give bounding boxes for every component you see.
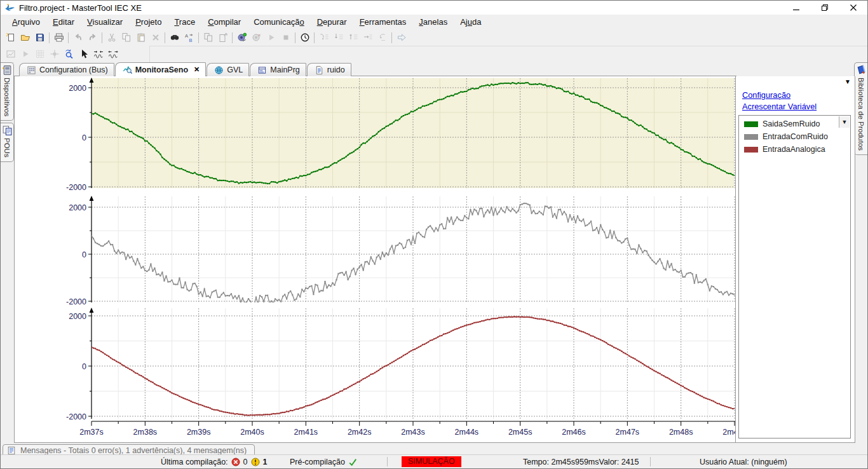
trace-cursor-button — [47, 47, 62, 61]
toolbar-separator — [102, 32, 102, 43]
trace-config-button — [3, 47, 18, 61]
svg-text:2m39s: 2m39s — [187, 428, 211, 437]
logout-icon — [252, 32, 262, 43]
menu-trace[interactable]: Trace — [168, 15, 201, 29]
start-button — [264, 31, 278, 44]
svg-text:2m48s: 2m48s — [669, 428, 693, 437]
menu-arquivo[interactable]: Arquivo — [6, 15, 46, 29]
close-button[interactable] — [839, 1, 867, 15]
trace-grid-icon — [35, 49, 45, 59]
trace-toolbar — [1, 46, 150, 63]
menu-janelas[interactable]: Janelas — [412, 15, 454, 29]
tab-mainprg[interactable]: MainPrg — [250, 63, 306, 76]
tab-label: MonitoraSeno — [135, 65, 188, 74]
warning-icon — [251, 458, 260, 466]
toolbar-separator — [232, 32, 233, 43]
menu-visualizar[interactable]: Visualizar — [81, 15, 129, 29]
undo-icon — [73, 32, 83, 43]
svg-text:2m40s: 2m40s — [240, 428, 264, 437]
legend-dropdown-icon[interactable]: ▼ — [839, 116, 850, 128]
svg-text:2000: 2000 — [69, 203, 86, 212]
legend-item-entradacomruido[interactable]: EntradaComRuido — [740, 130, 849, 143]
dock-tab-dispositivos[interactable]: Dispositivos — [1, 62, 14, 121]
generate-code-button — [215, 31, 230, 44]
trace-chart-entradacomruido[interactable]: 20000-2000 — [15, 191, 736, 308]
new-file-button[interactable] — [3, 31, 18, 44]
minimize-button[interactable] — [782, 1, 810, 15]
trace-config-panel: ▼ Configuração Acrescentar Variável ▼ Sa… — [735, 76, 855, 442]
x-axis: 2m37s2m38s2m39s2m40s2m41s2m42s2m43s2m44s… — [79, 419, 736, 437]
dock-tab-pous[interactable]: POUs — [1, 123, 14, 162]
compress-timescale-button[interactable] — [91, 47, 105, 61]
open-project-button[interactable] — [18, 31, 32, 44]
menu-ajuda[interactable]: Ajuda — [454, 15, 487, 29]
legend-item-entradaanalogica[interactable]: EntradaAnalogica — [740, 143, 849, 156]
svg-text:2m46s: 2m46s — [562, 428, 586, 437]
zoom-reset-icon — [64, 49, 74, 59]
login-button[interactable] — [234, 31, 249, 44]
variable-legend-list[interactable]: ▼ SaidaSemRuidoEntradaComRuidoEntradaAna… — [738, 115, 851, 438]
trace-grid-button — [32, 47, 47, 61]
globe-icon — [214, 65, 224, 75]
time-mode-button[interactable] — [297, 31, 312, 44]
chart-canvas-entradaanalogica[interactable]: 20000-20002m37s2m38s2m39s2m40s2m41s2m42s… — [15, 307, 736, 438]
precompile-label: Pré-compilação — [290, 458, 345, 466]
menu-comunicao[interactable]: Comunicação — [247, 15, 311, 29]
legend-item-saidasemruido[interactable]: SaidaSemRuido — [740, 118, 849, 130]
stretch-timescale-button[interactable] — [105, 47, 120, 61]
tab-label: ruido — [327, 65, 345, 74]
legend-color-swatch — [744, 147, 758, 153]
restore-button[interactable] — [810, 1, 839, 15]
tab-close-icon[interactable]: ✕ — [194, 65, 200, 74]
panel-menu-dropdown-icon[interactable]: ▼ — [844, 78, 851, 85]
svg-text:0: 0 — [82, 133, 86, 142]
trace-start-button — [18, 47, 32, 61]
tab-configuration-bus-[interactable]: Configuration (Bus) — [19, 63, 114, 76]
toolbar-separator — [391, 32, 392, 43]
reset-icon — [377, 32, 388, 43]
title-bar: Filtro.project - MasterTool IEC XE — [1, 1, 867, 15]
copy-icon — [121, 32, 132, 43]
trace-start-icon — [20, 49, 31, 59]
step-over-icon — [319, 32, 329, 43]
chart-canvas-entradacomruido[interactable]: 20000-2000 — [15, 191, 736, 306]
chart-canvas-saidasemruido[interactable]: 20000-2000 — [15, 77, 736, 190]
redo-icon — [88, 32, 98, 43]
legend-color-swatch — [744, 121, 758, 127]
toolbar-separator — [314, 32, 315, 43]
undo-button — [71, 31, 85, 44]
print-button[interactable] — [51, 31, 66, 44]
build-button — [201, 31, 215, 44]
save-icon — [35, 32, 45, 43]
stop-button — [278, 31, 293, 44]
select-mode-button[interactable] — [76, 47, 91, 61]
reset-button — [375, 31, 390, 44]
legend-variable-name: EntradaAnalogica — [763, 145, 825, 154]
trace-cursor-status: Tempo: 2m45s959msValor: 2415 — [523, 455, 639, 468]
replace-button[interactable]: AB — [182, 31, 196, 44]
add-variable-link[interactable]: Acrescentar Variável — [742, 102, 848, 111]
step-out-button — [346, 31, 360, 44]
menu-ferramentas[interactable]: Ferramentas — [353, 15, 413, 29]
menu-projeto[interactable]: Projeto — [129, 15, 168, 29]
find-button[interactable] — [167, 31, 182, 44]
svg-text:2m42s: 2m42s — [348, 428, 372, 437]
tab-monitoraseno[interactable]: MonitoraSeno✕ — [115, 62, 207, 76]
menu-editar[interactable]: Editar — [46, 15, 81, 29]
user-label: Usuário Atual: (ninguém) — [700, 458, 787, 466]
dock-tab-biblioteca-de-produtos[interactable]: Biblioteca de Produtos — [854, 62, 867, 155]
time-mode-icon — [300, 32, 310, 43]
menu-compilar[interactable]: Compilar — [201, 15, 247, 29]
configuration-link[interactable]: Configuração — [742, 90, 848, 100]
svg-text:B: B — [189, 37, 192, 43]
tab-ruido[interactable]: ruido — [307, 63, 351, 76]
menu-depurar[interactable]: Depurar — [311, 15, 353, 29]
tab-gvl[interactable]: GVL — [207, 63, 249, 76]
trace-chart-entradaanalogica[interactable]: 20000-20002m37s2m38s2m39s2m40s2m41s2m42s… — [15, 307, 736, 440]
error-icon — [231, 458, 240, 466]
cut-icon — [107, 32, 117, 43]
save-button[interactable] — [32, 31, 47, 44]
zoom-reset-button[interactable] — [62, 47, 76, 61]
trace-chart-saidasemruido[interactable]: 20000-2000 — [15, 77, 736, 192]
svg-text:2m41s: 2m41s — [294, 428, 318, 437]
